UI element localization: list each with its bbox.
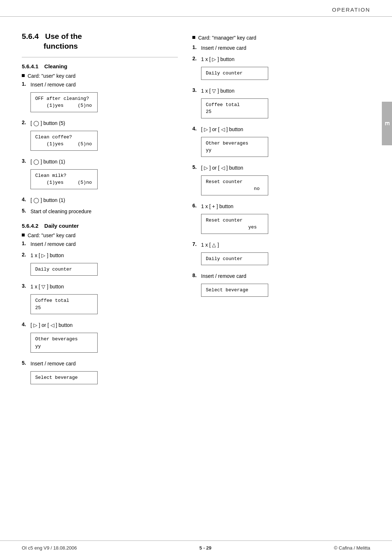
step-num: 7. <box>192 241 199 247</box>
step-text: [ ▷ ] or [ ◁ ] button <box>201 126 243 133</box>
daily-counter-heading: 5.6.4.2 Daily counter <box>22 223 178 229</box>
lcd-coffee-total-left: Coffee total 25 <box>30 294 98 314</box>
bullet-icon <box>22 74 25 77</box>
bullet-icon <box>22 234 25 236</box>
step-num: 2. <box>22 119 28 125</box>
step-num: 4. <box>22 321 28 327</box>
step-num: 3. <box>192 87 199 93</box>
manager-card-type: Card: "manager" key card <box>198 35 256 41</box>
step-text: 1 x [ ▽ ] button <box>201 87 234 95</box>
side-tab: E <box>382 102 392 145</box>
step-num: 5. <box>22 208 28 214</box>
dc-right-step-4: 4. [ ▷ ] or [ ◁ ] button Other beverages… <box>192 126 356 161</box>
lcd-daily-counter-right-2: Daily counter <box>201 67 268 80</box>
step-text: 1 x [ + ] button <box>201 203 233 210</box>
daily-counter-num: 5.6.4.2 <box>22 223 38 229</box>
lcd-coffee-total-right: Coffee total 25 <box>201 98 268 118</box>
step-text: 1 x [ ▷ ] button <box>30 252 64 259</box>
step-text: [ ◯ ] button (5) <box>30 119 65 127</box>
lcd-daily-counter-left-2: Daily counter <box>30 263 98 276</box>
step-text: [ ▷ ] or [ ◁ ] button <box>30 321 73 329</box>
lcd-daily-counter-right-7: Daily counter <box>201 252 268 266</box>
dc-left-step-5: 5. Insert / remove card Select beverage <box>22 360 178 388</box>
cleaning-step-2: 2. [ ◯ ] button (5) Clean coffee? (1)yes… <box>22 119 178 154</box>
lcd-reset-counter-yes: Reset counter yes <box>201 214 268 234</box>
step-text: [ ◯ ] button (1) <box>30 158 65 166</box>
cleaning-step-3: 3. [ ◯ ] button (1) Clean milk? (1)yes (… <box>22 158 178 193</box>
step-text: Insert / remove card <box>201 44 246 52</box>
cleaning-step-5: 5. Start of cleaning procedure <box>22 208 178 215</box>
step-num: 4. <box>192 126 199 131</box>
step-num: 5. <box>192 164 199 170</box>
step-text: 1 x [ ▽ ] button <box>30 283 64 291</box>
lcd-select-beverage-left: Select beverage <box>30 371 98 384</box>
dc-right-step-5: 5. [ ▷ ] or [ ◁ ] button Reset counter n… <box>192 164 356 199</box>
footer-right: © Cafina / Melitta <box>334 545 370 551</box>
lcd-other-beverages-left: Other beverages yy <box>30 333 98 353</box>
cleaning-title: Cleaning <box>44 63 67 69</box>
step-num: 2. <box>22 252 28 258</box>
cleaning-card-type: Card: "user" key card <box>28 73 75 79</box>
dc-right-step-1: 1. Insert / remove card <box>192 44 356 52</box>
section-title-line1: Use of the <box>45 32 82 40</box>
step-num: 1. <box>192 44 199 50</box>
section-num: 5.6.4 <box>22 32 39 40</box>
bullet-icon <box>192 36 195 39</box>
step-num: 4. <box>22 197 28 202</box>
step-text: 1 x [ △ ] <box>201 241 219 249</box>
step-num: 8. <box>192 272 199 278</box>
page-footer: OI c5 eng V9 / 18.08.2006 5 - 29 © Cafin… <box>0 540 392 555</box>
step-text: Insert / remove card <box>30 360 76 368</box>
page-header: Operation <box>0 0 392 17</box>
page-container: Operation E 5.6.4 Use of the functions 5… <box>0 0 392 555</box>
lcd-clean-milk: Clean milk? (1)yes (5)no <box>30 169 98 189</box>
daily-counter-card-type: Card: "user" key card <box>28 232 75 238</box>
step-num: 3. <box>22 158 28 164</box>
step-num: 1. <box>22 240 28 246</box>
dc-left-step-4: 4. [ ▷ ] or [ ◁ ] button Other beverages… <box>22 321 178 356</box>
step-text: Insert / remove card <box>201 272 246 280</box>
dc-right-step-7: 7. 1 x [ △ ] Daily counter <box>192 241 356 269</box>
main-content: 5.6.4 Use of the functions 5.6.4.1 Clean… <box>0 17 392 402</box>
daily-counter-title: Daily counter <box>44 223 79 229</box>
header-title: Operation <box>332 7 370 13</box>
step-num: 5. <box>22 360 28 366</box>
cleaning-card-bullet: Card: "user" key card <box>22 73 178 79</box>
footer-center: 5 - 29 <box>199 545 211 551</box>
daily-counter-card-bullet: Card: "user" key card <box>22 232 178 238</box>
lcd-reset-counter-no: Reset counter no <box>201 175 268 195</box>
lcd-other-beverages-right: Other beverages yy <box>201 137 268 157</box>
cleaning-step-1: 1. Insert / remove card OFF after cleani… <box>22 81 178 116</box>
step-text: [ ◯ ] button (1) <box>30 197 65 204</box>
lcd-off-after-cleaning: OFF after cleaning? (1)yes (5)no <box>30 92 98 112</box>
lcd-select-beverage-right: Select beverage <box>201 284 268 297</box>
dc-right-step-3: 3. 1 x [ ▽ ] button Coffee total 25 <box>192 87 356 122</box>
cleaning-num: 5.6.4.1 <box>22 63 38 69</box>
side-tab-label: E <box>384 122 390 126</box>
dc-left-step-1: 1. Insert / remove card <box>22 240 178 248</box>
right-column: Card: "manager" key card 1. Insert / rem… <box>189 31 356 392</box>
cleaning-heading: 5.6.4.1 Cleaning <box>22 63 178 69</box>
dc-right-step-2: 2. 1 x [ ▷ ] button Daily counter <box>192 56 356 84</box>
dc-left-step-3: 3. 1 x [ ▽ ] button Coffee total 25 <box>22 283 178 318</box>
section-divider <box>22 57 178 57</box>
cleaning-step-4: 4. [ ◯ ] button (1) <box>22 197 178 204</box>
dc-right-step-8: 8. Insert / remove card Select beverage <box>192 272 356 300</box>
left-column: 5.6.4 Use of the functions 5.6.4.1 Clean… <box>22 31 189 392</box>
step-num: 6. <box>192 203 199 208</box>
footer-left: OI c5 eng V9 / 18.08.2006 <box>22 545 77 551</box>
step-num: 3. <box>22 283 28 289</box>
dc-right-step-6: 6. 1 x [ + ] button Reset counter yes <box>192 203 356 238</box>
step-text: Insert / remove card <box>30 81 76 89</box>
step-num: 2. <box>192 56 199 61</box>
step-text: Start of cleaning procedure <box>30 208 91 215</box>
step-num: 1. <box>22 81 28 87</box>
section-title-line2: functions <box>44 42 78 50</box>
step-text: 1 x [ ▷ ] button <box>201 56 234 63</box>
step-text: Insert / remove card <box>30 240 76 248</box>
step-text: [ ▷ ] or [ ◁ ] button <box>201 164 243 172</box>
dc-left-step-2: 2. 1 x [ ▷ ] button Daily counter <box>22 252 178 280</box>
section-heading: 5.6.4 Use of the functions <box>22 31 178 51</box>
manager-card-bullet: Card: "manager" key card <box>192 35 356 41</box>
lcd-clean-coffee: Clean coffee? (1)yes (5)no <box>30 131 98 151</box>
